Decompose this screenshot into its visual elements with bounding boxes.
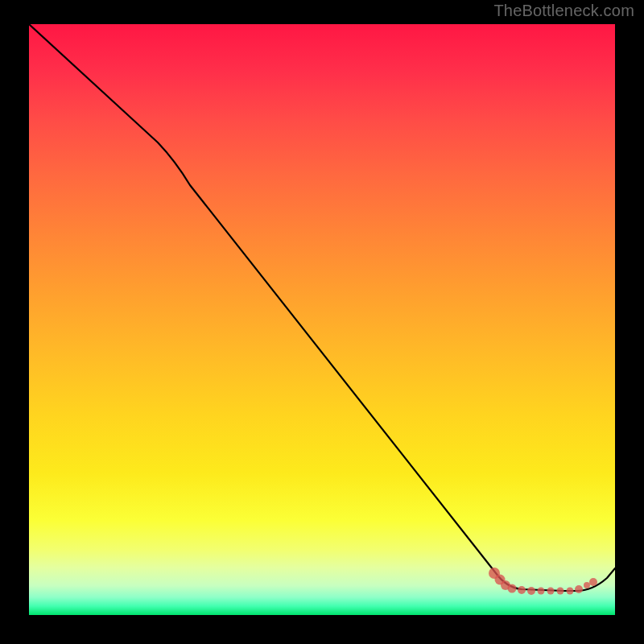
figure-root: TheBottleneck.com	[0, 0, 644, 644]
svg-point-1	[495, 575, 506, 585]
svg-point-6	[538, 588, 545, 595]
svg-point-2	[501, 580, 510, 590]
svg-point-5	[527, 587, 535, 595]
svg-point-10	[575, 585, 583, 593]
svg-point-7	[547, 588, 555, 595]
attribution-text: TheBottleneck.com	[493, 2, 634, 20]
svg-point-0	[489, 568, 500, 579]
plot-area	[29, 24, 615, 615]
svg-point-4	[518, 586, 526, 594]
svg-point-11	[584, 582, 590, 588]
svg-point-3	[508, 584, 517, 593]
svg-point-12	[589, 578, 597, 586]
svg-point-9	[567, 588, 574, 595]
marker-cluster	[489, 568, 597, 595]
svg-point-8	[557, 588, 564, 595]
curve-svg	[29, 24, 615, 615]
bottleneck-curve	[29, 24, 615, 591]
